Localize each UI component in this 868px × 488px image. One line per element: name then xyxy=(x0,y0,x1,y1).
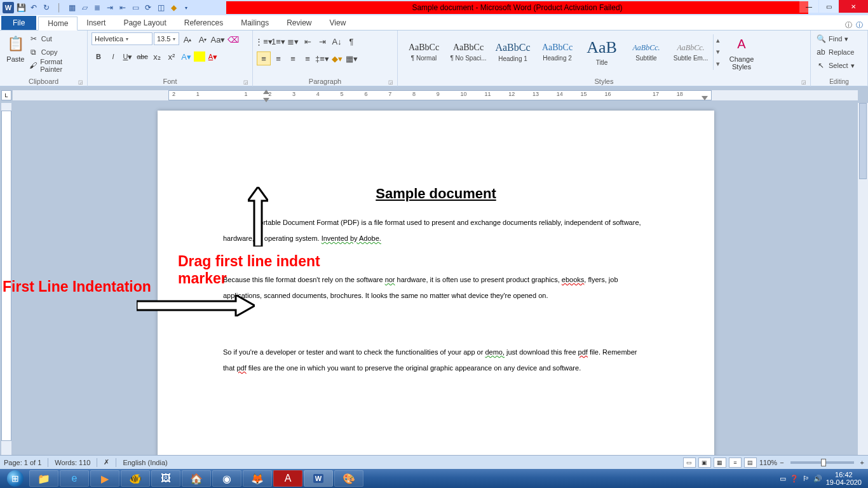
dec-indent-button[interactable]: ⇤ xyxy=(301,34,315,48)
qat-bullets-icon[interactable]: ≣ xyxy=(92,2,103,13)
proofing-icon[interactable]: ✗ xyxy=(104,458,109,466)
dialog-launcher-icon[interactable]: ◲ xyxy=(801,79,806,85)
text-effect-button[interactable]: A▾ xyxy=(179,50,193,64)
file-tab[interactable]: File xyxy=(1,16,36,30)
taskbar-app1[interactable]: 🐠 xyxy=(121,470,150,487)
replace-button[interactable]: abReplace xyxy=(815,46,856,58)
font-name-combo[interactable]: Helvetica▾ xyxy=(92,32,153,45)
view-fullscreen[interactable]: ▣ xyxy=(698,458,711,468)
qat-rotate-icon[interactable]: ⟳ xyxy=(142,2,154,13)
borders-button[interactable]: ▦▾ xyxy=(344,51,358,65)
sort-button[interactable]: A↓ xyxy=(330,34,344,48)
tray-flag-icon[interactable]: 🏳 xyxy=(803,475,810,482)
select-button[interactable]: ↖Select ▾ xyxy=(815,59,856,72)
taskbar-word[interactable]: W xyxy=(304,470,333,487)
undo-icon[interactable]: ↶ xyxy=(28,2,39,13)
format-painter-button[interactable]: 🖌Format Painter xyxy=(27,59,83,72)
tab-review[interactable]: Review xyxy=(278,16,320,30)
underline-button[interactable]: U▾ xyxy=(121,50,135,64)
grow-font-button[interactable]: A▴ xyxy=(180,32,194,46)
view-draft[interactable]: ▤ xyxy=(744,458,757,468)
taskbar-hp[interactable]: 🏠 xyxy=(182,470,211,487)
tray-volume-icon[interactable]: 🔊 xyxy=(813,475,822,483)
qat-shape-icon[interactable]: ◫ xyxy=(155,2,166,13)
taskbar-pictures[interactable]: 🖼 xyxy=(151,470,180,487)
align-left-button[interactable]: ≡ xyxy=(257,51,271,65)
justify-button[interactable]: ≡ xyxy=(301,51,315,65)
redo-icon[interactable]: ↻ xyxy=(41,2,52,13)
taskbar-paint[interactable]: 🎨 xyxy=(334,470,363,487)
qat-box-icon[interactable]: ▭ xyxy=(130,2,141,13)
zoom-slider-thumb[interactable] xyxy=(821,459,826,466)
taskbar-acrobat[interactable]: A xyxy=(273,470,302,487)
view-web[interactable]: ▦ xyxy=(714,458,726,468)
style-subtle-em[interactable]: AaBbCc.Subtle Em... xyxy=(668,34,713,70)
taskbar-wmp[interactable]: ▶ xyxy=(90,470,119,487)
vertical-scrollbar[interactable] xyxy=(858,103,868,459)
scrollbar-thumb[interactable] xyxy=(859,103,867,179)
dialog-launcher-icon[interactable]: ◲ xyxy=(78,79,83,85)
line-spacing-button[interactable]: ‡≡▾ xyxy=(315,51,329,65)
qat-grid-icon[interactable]: ▦ xyxy=(66,2,78,13)
zoom-level[interactable]: 110% xyxy=(759,459,777,466)
clear-format-button[interactable]: ⌫ xyxy=(226,32,240,46)
zoom-in-button[interactable]: + xyxy=(860,459,864,466)
style-heading2[interactable]: AaBbCcHeading 2 xyxy=(535,34,580,70)
style-heading1[interactable]: AaBbCcHeading 1 xyxy=(491,34,535,70)
ribbon-help-icon[interactable]: ⓘ xyxy=(856,20,863,30)
showmarks-button[interactable]: ¶ xyxy=(344,34,358,48)
tab-page-layout[interactable]: Page Layout xyxy=(114,16,175,30)
dialog-launcher-icon[interactable]: ◲ xyxy=(388,79,393,85)
zoom-slider[interactable] xyxy=(790,461,854,464)
dialog-launcher-icon[interactable]: ◲ xyxy=(243,79,248,85)
minimize-button[interactable]: — xyxy=(799,0,818,13)
copy-button[interactable]: ⧉Copy xyxy=(27,46,83,58)
qat-indent-icon[interactable]: ⇥ xyxy=(104,2,116,13)
qat-doc-icon[interactable]: ▱ xyxy=(79,2,90,13)
highlight-button[interactable] xyxy=(194,51,205,62)
multilevel-button[interactable]: ≣▾ xyxy=(286,34,300,48)
view-print-layout[interactable]: ▭ xyxy=(683,458,696,468)
zoom-out-button[interactable]: − xyxy=(780,459,783,466)
italic-button[interactable]: I xyxy=(106,50,120,64)
style-gallery-more[interactable]: ▴▾▾ xyxy=(713,34,722,70)
tray-action-center-icon[interactable]: ▭ xyxy=(780,475,786,483)
bullets-button[interactable]: ⋮≡▾ xyxy=(257,34,271,48)
style-nospacing[interactable]: AaBbCc¶ No Spaci... xyxy=(446,34,491,70)
style-normal[interactable]: AaBbCc¶ Normal xyxy=(402,34,446,70)
status-words[interactable]: Words: 110 xyxy=(55,459,90,466)
superscript-button[interactable]: x² xyxy=(165,50,179,64)
inc-indent-button[interactable]: ⇥ xyxy=(315,34,329,48)
cut-button[interactable]: ✂Cut xyxy=(27,32,83,45)
change-styles-button[interactable]: A Change Styles xyxy=(726,32,757,72)
horizontal-ruler[interactable]: 21123456789101112131415161718 xyxy=(13,90,858,100)
view-outline[interactable]: ≡ xyxy=(729,458,742,468)
tray-clock[interactable]: 16:4219-04-2020 xyxy=(826,471,862,486)
tab-view[interactable]: View xyxy=(321,16,355,30)
maximize-button[interactable]: ▭ xyxy=(819,0,838,13)
align-right-button[interactable]: ≡ xyxy=(286,51,300,65)
status-language[interactable]: English (India) xyxy=(123,459,167,466)
qat-color-icon[interactable]: ◆ xyxy=(168,2,179,13)
tray-help-icon[interactable]: ❓ xyxy=(790,475,799,483)
tab-insert[interactable]: Insert xyxy=(78,16,114,30)
numbering-button[interactable]: 1≡▾ xyxy=(271,34,285,48)
strike-button[interactable]: abc xyxy=(135,50,149,64)
start-button[interactable]: ⊞ xyxy=(3,470,28,487)
subscript-button[interactable]: x₂ xyxy=(150,50,164,64)
save-icon[interactable]: 💾 xyxy=(15,2,27,13)
paste-button[interactable]: 📋 Paste xyxy=(4,32,27,64)
taskbar-chrome[interactable]: ◉ xyxy=(212,470,241,487)
tab-selector[interactable]: L xyxy=(1,90,11,100)
qat-outdent-icon[interactable]: ⇤ xyxy=(117,2,128,13)
ribbon-minimize-icon[interactable]: ⓘ xyxy=(845,20,852,30)
align-center-button[interactable]: ≡ xyxy=(271,51,285,65)
style-gallery[interactable]: AaBbCc¶ Normal AaBbCc¶ No Spaci... AaBbC… xyxy=(402,32,722,72)
taskbar-ie[interactable]: e xyxy=(60,470,89,487)
shrink-font-button[interactable]: A▾ xyxy=(196,32,210,46)
bold-button[interactable]: B xyxy=(92,50,105,64)
style-title[interactable]: AaBTitle xyxy=(580,34,624,70)
change-case-button[interactable]: Aa▾ xyxy=(211,32,225,46)
qat-more-icon[interactable]: ▾ xyxy=(180,2,192,13)
taskbar-firefox[interactable]: 🦊 xyxy=(243,470,272,487)
